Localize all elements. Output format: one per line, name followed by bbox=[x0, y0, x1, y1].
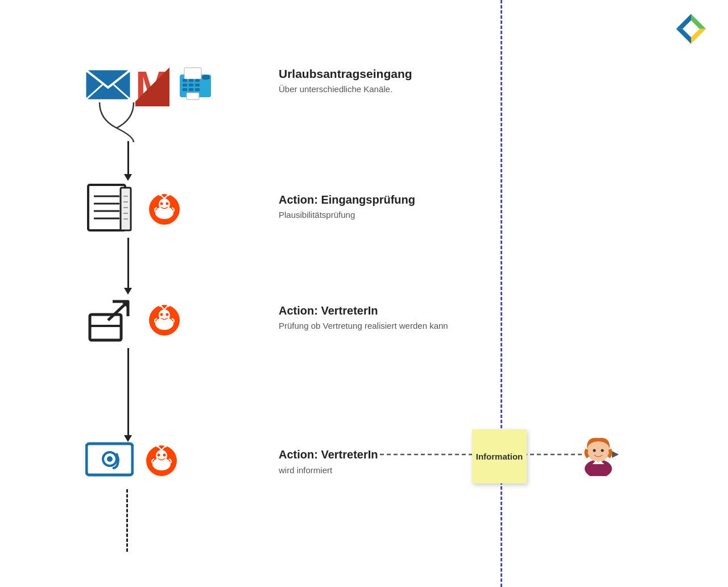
step3-title: Action: VertreterIn bbox=[279, 304, 448, 317]
reddit-icon-step4 bbox=[145, 444, 178, 477]
svg-point-51 bbox=[166, 313, 169, 316]
reddit-icon-step2 bbox=[148, 193, 181, 226]
step2-title: Action: Eingangsprüfung bbox=[279, 193, 415, 206]
svg-point-53 bbox=[159, 304, 162, 307]
svg-rect-15 bbox=[189, 84, 193, 86]
information-label: Information bbox=[476, 452, 523, 461]
svg-rect-13 bbox=[195, 79, 200, 82]
fax-icon bbox=[174, 63, 217, 106]
checklist-icon bbox=[85, 182, 136, 236]
step1-icons-row: M bbox=[85, 63, 217, 106]
step2-row bbox=[85, 182, 181, 236]
step3-subtitle: Prüfung ob Vertretung realisiert werden … bbox=[279, 321, 448, 330]
svg-point-37 bbox=[166, 202, 169, 205]
reddit-icon-step3 bbox=[148, 304, 181, 337]
step3-row bbox=[85, 295, 181, 346]
information-sticky: Information bbox=[472, 429, 527, 483]
gmail-icon: M bbox=[135, 65, 169, 106]
svg-rect-11 bbox=[183, 79, 187, 82]
svg-point-63 bbox=[163, 454, 166, 457]
connector-2-3 bbox=[127, 238, 129, 289]
step1-label: Urlaubsantragseingang Über unterschiedli… bbox=[279, 67, 412, 94]
svg-point-65 bbox=[156, 445, 159, 448]
svg-rect-10 bbox=[184, 68, 201, 79]
connector-3-4 bbox=[127, 348, 129, 436]
step4-label: Action: VertreterIn bbox=[279, 448, 378, 461]
email-icon bbox=[85, 66, 131, 103]
svg-point-67 bbox=[164, 445, 167, 448]
step2-label: Action: Eingangsprüfung Plausibilitätspr… bbox=[279, 193, 415, 220]
step4-title: Action: VertreterIn bbox=[279, 448, 378, 461]
share-icon bbox=[85, 295, 136, 346]
arrow-1-2 bbox=[124, 174, 132, 181]
step3-label: Action: VertreterIn Prüfung ob Vertretun… bbox=[279, 304, 448, 330]
svg-point-58 bbox=[107, 456, 113, 462]
svg-rect-12 bbox=[189, 79, 193, 82]
svg-point-73 bbox=[593, 449, 596, 452]
svg-point-74 bbox=[601, 449, 604, 452]
svg-rect-18 bbox=[189, 88, 193, 91]
company-logo bbox=[671, 11, 711, 46]
svg-rect-16 bbox=[195, 84, 200, 86]
svg-rect-42 bbox=[90, 315, 121, 340]
svg-rect-20 bbox=[187, 93, 199, 100]
email-at-icon bbox=[85, 441, 134, 481]
svg-point-36 bbox=[160, 202, 163, 205]
svg-rect-21 bbox=[202, 76, 209, 79]
step1-title: Urlaubsantragseingang bbox=[279, 67, 412, 81]
svg-point-50 bbox=[160, 313, 163, 316]
arrow-2-3 bbox=[124, 288, 132, 295]
svg-rect-14 bbox=[183, 84, 187, 86]
svg-rect-27 bbox=[121, 188, 131, 230]
step4-subtitle: wird informiert bbox=[279, 465, 332, 475]
step4-subtitle-area: wird informiert bbox=[279, 465, 332, 475]
svg-point-55 bbox=[167, 304, 170, 307]
vertical-dashed-line bbox=[500, 0, 502, 587]
connector-4-down bbox=[126, 489, 128, 552]
step4-row bbox=[85, 441, 178, 481]
step2-subtitle: Plausibilitätsprüfung bbox=[279, 210, 415, 220]
svg-point-62 bbox=[158, 454, 160, 457]
svg-rect-22 bbox=[88, 185, 125, 230]
connector-1-2 bbox=[127, 141, 129, 175]
svg-rect-17 bbox=[183, 88, 187, 91]
step1-subtitle: Über unterschiedliche Kanäle. bbox=[279, 84, 412, 94]
svg-point-39 bbox=[159, 193, 162, 196]
person-avatar bbox=[580, 433, 617, 476]
arrow-3-4 bbox=[124, 435, 132, 442]
svg-point-41 bbox=[167, 193, 170, 196]
svg-rect-19 bbox=[195, 88, 200, 91]
bracket-curve-step1 bbox=[88, 102, 145, 142]
